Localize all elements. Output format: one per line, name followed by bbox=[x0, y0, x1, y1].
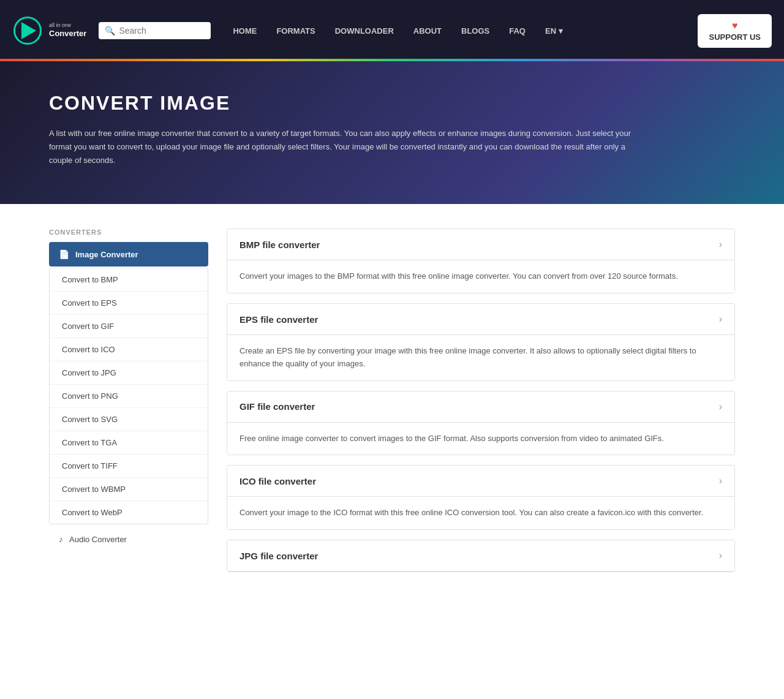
logo-circle bbox=[13, 17, 42, 45]
search-icon: 🔍 bbox=[105, 26, 115, 36]
main-content: CONVERTERS 📄 Image Converter Convert to … bbox=[0, 204, 784, 606]
main-nav: HOME FORMATS DOWNLOADER ABOUT BLOGS FAQ … bbox=[223, 26, 692, 36]
audio-converter-label: Audio Converter bbox=[69, 535, 127, 544]
nav-about[interactable]: ABOUT bbox=[404, 26, 451, 36]
card-jpg-header[interactable]: JPG file converter › bbox=[227, 540, 734, 572]
sub-item-tga[interactable]: Convert to TGA bbox=[50, 431, 208, 455]
card-ico-arrow-icon: › bbox=[719, 475, 722, 486]
converters-label: CONVERTERS bbox=[49, 229, 208, 236]
card-bmp-body: Convert your images to the BMP format wi… bbox=[227, 260, 734, 293]
card-ico: ICO file converter › Convert your image … bbox=[227, 465, 735, 530]
card-eps-header[interactable]: EPS file converter › bbox=[227, 304, 734, 335]
search-box: 🔍 bbox=[99, 22, 211, 39]
card-bmp-description: Convert your images to the BMP format wi… bbox=[239, 271, 678, 281]
nav-faq[interactable]: FAQ bbox=[499, 26, 535, 36]
music-icon: ♪ bbox=[59, 534, 63, 544]
nav-language[interactable]: EN ▾ bbox=[535, 26, 573, 36]
card-ico-body: Convert your image to the ICO format wit… bbox=[227, 497, 734, 529]
search-input[interactable] bbox=[119, 26, 205, 36]
card-ico-title: ICO file converter bbox=[239, 476, 316, 486]
sub-item-jpg[interactable]: Convert to JPG bbox=[50, 361, 208, 385]
card-gif: GIF file converter › Free online image c… bbox=[227, 391, 735, 456]
logo-converter-text: Converter bbox=[49, 29, 86, 39]
image-converter-sub-items: Convert to BMP Convert to EPS Convert to… bbox=[49, 268, 208, 524]
card-eps-description: Create an EPS file by converting your im… bbox=[239, 346, 696, 368]
card-gif-title: GIF file converter bbox=[239, 401, 315, 412]
card-bmp-header[interactable]: BMP file converter › bbox=[227, 229, 734, 260]
hero-description: A list with our free online image conver… bbox=[49, 127, 649, 167]
card-jpg-arrow-icon: › bbox=[719, 550, 722, 561]
sub-item-eps[interactable]: Convert to EPS bbox=[50, 292, 208, 315]
nav-downloader[interactable]: DOWNLOADER bbox=[325, 26, 404, 36]
logo[interactable]: all in one Converter bbox=[12, 15, 86, 46]
card-gif-header[interactable]: GIF file converter › bbox=[227, 391, 734, 423]
support-label: SUPPORT US bbox=[709, 32, 761, 42]
header: all in one Converter 🔍 HOME FORMATS DOWN… bbox=[0, 0, 784, 61]
card-jpg-title: JPG file converter bbox=[239, 551, 318, 561]
sidebar-item-image-converter[interactable]: 📄 Image Converter bbox=[49, 242, 208, 266]
sub-item-ico[interactable]: Convert to ICO bbox=[50, 338, 208, 361]
sub-item-tiff[interactable]: Convert to TIFF bbox=[50, 455, 208, 478]
card-eps-body: Create an EPS file by converting your im… bbox=[227, 335, 734, 380]
logo-text: all in one Converter bbox=[49, 22, 86, 40]
card-eps-title: EPS file converter bbox=[239, 314, 318, 325]
logo-play-icon bbox=[21, 22, 36, 39]
nav-formats[interactable]: FORMATS bbox=[266, 26, 325, 36]
sub-item-gif[interactable]: Convert to GIF bbox=[50, 315, 208, 338]
hero-section: CONVERT IMAGE A list with our free onlin… bbox=[0, 61, 784, 204]
card-eps: EPS file converter › Create an EPS file … bbox=[227, 303, 735, 381]
sub-item-webp[interactable]: Convert to WebP bbox=[50, 501, 208, 524]
card-bmp-title: BMP file converter bbox=[239, 240, 320, 250]
sub-item-bmp[interactable]: Convert to BMP bbox=[50, 268, 208, 292]
sidebar-item-audio-converter[interactable]: ♪ Audio Converter bbox=[49, 527, 208, 551]
sub-item-svg[interactable]: Convert to SVG bbox=[50, 408, 208, 431]
nav-blogs[interactable]: BLOGS bbox=[451, 26, 499, 36]
content-area: BMP file converter › Convert your images… bbox=[227, 229, 735, 582]
logo-icon bbox=[12, 15, 43, 46]
heart-icon: ♥ bbox=[732, 20, 738, 31]
nav-home[interactable]: HOME bbox=[223, 26, 266, 36]
logo-all-text: all in one bbox=[49, 22, 86, 29]
card-gif-body: Free online image converter to convert i… bbox=[227, 423, 734, 455]
card-bmp-arrow-icon: › bbox=[719, 239, 722, 250]
image-converter-icon: 📄 bbox=[59, 249, 69, 259]
sidebar: CONVERTERS 📄 Image Converter Convert to … bbox=[49, 229, 208, 582]
support-button[interactable]: ♥ SUPPORT US bbox=[698, 14, 772, 48]
card-ico-header[interactable]: ICO file converter › bbox=[227, 466, 734, 497]
sub-item-png[interactable]: Convert to PNG bbox=[50, 385, 208, 408]
card-eps-arrow-icon: › bbox=[719, 314, 722, 325]
image-converter-label: Image Converter bbox=[75, 250, 138, 259]
card-bmp: BMP file converter › Convert your images… bbox=[227, 229, 735, 293]
card-ico-description: Convert your image to the ICO format wit… bbox=[239, 508, 703, 517]
card-gif-arrow-icon: › bbox=[719, 401, 722, 412]
page-title: CONVERT IMAGE bbox=[49, 92, 735, 115]
card-jpg: JPG file converter › bbox=[227, 540, 735, 572]
sub-item-wbmp[interactable]: Convert to WBMP bbox=[50, 478, 208, 501]
card-gif-description: Free online image converter to convert i… bbox=[239, 434, 664, 443]
